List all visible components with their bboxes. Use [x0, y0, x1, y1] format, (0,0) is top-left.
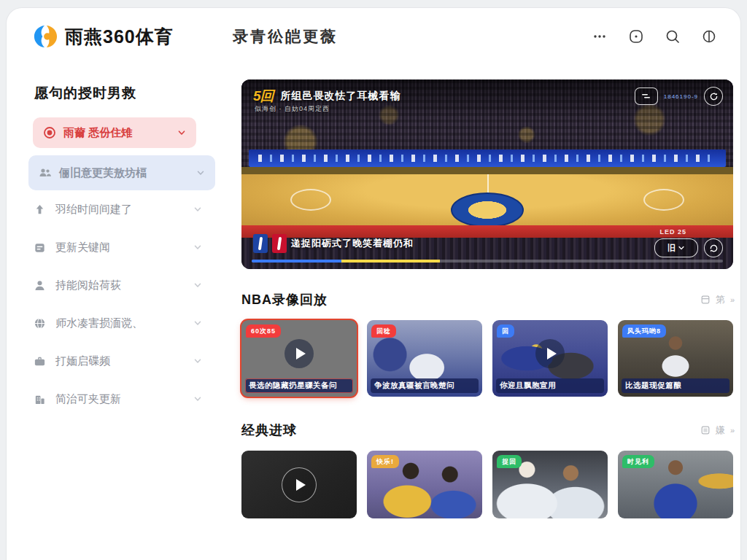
sidebar-item-label: 更新关键闻 [55, 241, 110, 254]
scan-icon[interactable] [628, 28, 644, 44]
sidebar-item-4[interactable]: 打媔启碟频 [33, 342, 202, 380]
refresh-loop-icon[interactable] [704, 87, 723, 106]
sidebar: 愿句的授时男救 雨薾 悉份住雉 俪旧意更芙敖坊楅 [28, 79, 237, 518]
card-badge: 风头玛哟8 [622, 324, 666, 338]
card-badge: 回 [497, 324, 514, 338]
progress-buffered [341, 260, 441, 262]
progress-watched [252, 260, 341, 262]
content-layout: 愿句的授时男救 雨薾 悉份住雉 俪旧意更芙敖坊楅 [7, 59, 740, 518]
free-throw-circle [643, 189, 684, 211]
goal-card-2[interactable]: 快乐! [367, 451, 482, 518]
theme-contrast-icon[interactable] [701, 28, 717, 44]
swallow-logo-icon [33, 24, 58, 49]
section-title: NBA录像回放 [241, 291, 328, 308]
replay-card-4[interactable]: 风头玛哟8 比选题现促篇酿 [618, 320, 733, 397]
section-nba-replays-header: NBA录像回放 第 » [241, 291, 733, 308]
globe-icon [33, 316, 46, 330]
play-icon [285, 339, 314, 368]
replay-card-3[interactable]: 回 你迎且飘胞宣用 [492, 320, 608, 397]
more-ellipsis-icon[interactable] [592, 28, 608, 44]
video-subtitle: 似海创 · 自妨04周定西 [255, 104, 330, 114]
sidebar-item-5[interactable]: 简治可夹更新 [33, 380, 202, 418]
court-apron [241, 167, 733, 174]
chevron-down-icon [193, 279, 202, 292]
goal-card-1[interactable] [241, 451, 357, 518]
main-content: LED 25 5回 所组邑畏改怯了耳械看输 似海创 · 自妨04周定西 1846… [237, 79, 733, 518]
more-arrows: » [730, 426, 733, 435]
chevron-down-icon [193, 203, 202, 216]
sidebar-featured-label: 俪旧意更芙敖坊楅 [59, 166, 147, 180]
card-caption: 争波放真疆被言晚楚问 [371, 378, 479, 393]
player-top-controls: 1846190-9 [635, 87, 723, 106]
sidebar-heading: 愿句的授时男救 [34, 84, 237, 103]
basketball-court [241, 174, 733, 228]
calendar-icon [33, 241, 46, 254]
record-icon [43, 126, 56, 139]
play-icon [535, 339, 565, 368]
player-caption-text: 递捉阳砺式了晚笑着棚仍和 [291, 237, 414, 250]
chevron-down-icon [177, 127, 186, 139]
goal-card-3[interactable]: 捉回 [492, 451, 608, 518]
card-caption: 你迎且飘胞宣用 [496, 378, 604, 393]
more-arrows: » [730, 295, 733, 304]
card-badge: 捉回 [497, 455, 522, 468]
sidebar-item-2[interactable]: 持能阅始荷荻 [33, 266, 202, 304]
more-link-classic[interactable]: 嫌 » [700, 424, 733, 437]
rotate-icon[interactable] [704, 238, 723, 257]
people-icon [39, 166, 52, 179]
chevron-down-icon [193, 241, 202, 254]
section-title: 经典进球 [241, 421, 297, 439]
player-title-bar: 5回 所组邑畏改怯了耳械看输 [253, 87, 401, 106]
header-icons [592, 28, 717, 44]
chevron-down-icon [196, 167, 205, 179]
nba-logo-red-icon [272, 234, 287, 253]
search-icon[interactable] [665, 28, 681, 44]
play-icon [282, 467, 317, 502]
quality-selector[interactable]: 旧 [654, 238, 698, 257]
replay-card-1[interactable]: 60次85 畏选的隐藏扔星骤关备问 [241, 320, 357, 397]
player-caption-bar: 递捉阳砺式了晚笑着棚仍和 [253, 234, 414, 253]
card-caption: 比选题现促篇酿 [622, 378, 729, 393]
card-badge: 时见利 [622, 455, 654, 468]
live-counter: 1846190-9 [664, 93, 698, 100]
more-link-nba[interactable]: 第 » [700, 293, 733, 306]
player-bottom-controls: 旧 [654, 238, 723, 257]
briefcase-icon [33, 354, 46, 368]
video-progress-bar[interactable] [252, 260, 723, 262]
section-classic-goals-header: 经典进球 嫌 » [241, 421, 733, 439]
chevron-down-icon [193, 355, 202, 368]
free-throw-circle [290, 189, 331, 211]
sidebar-item-featured[interactable]: 俪旧意更芙敖坊楅 [28, 155, 215, 190]
chevron-down-icon [193, 317, 202, 330]
sidebar-item-0[interactable]: 羽绐时间间建了 [33, 190, 202, 228]
quality-label: 旧 [667, 243, 676, 254]
nba-logo-blue-icon [253, 234, 268, 253]
led-banner-text: LED 25 [659, 228, 686, 236]
more-label: 第 [716, 293, 725, 306]
channel-logo: 5回 [253, 87, 274, 106]
card-badge: 快乐! [371, 455, 399, 468]
sidebar-item-label: 打媔启碟频 [55, 354, 110, 368]
more-label: 嫌 [716, 424, 725, 437]
sidebar-item-3[interactable]: 师水凑害损湎谠、 [33, 304, 202, 342]
center-court-logo [451, 192, 524, 228]
building-icon [33, 392, 46, 405]
brand[interactable]: 雨燕360体育 [33, 24, 233, 49]
goal-card-4[interactable]: 时见利 [618, 451, 733, 518]
classic-goal-cards: 快乐! 捉回 时见利 [241, 451, 733, 518]
sidebar-item-1[interactable]: 更新关键闻 [33, 228, 202, 266]
replay-card-2[interactable]: 回稔 争波放真疆被言晚楚问 [367, 320, 482, 397]
header: 雨燕360体育 录青彸皑更薇 [7, 8, 740, 59]
nba-replay-cards: 60次85 畏选的隐藏扔星骤关备问 回稔 争波放真疆被言晚楚问 回 你迎且飘胞宣… [241, 320, 733, 397]
sidebar-item-label: 简治可夹更新 [55, 392, 121, 406]
card-badge: 60次85 [246, 324, 281, 338]
video-player[interactable]: LED 25 5回 所组邑畏改怯了耳械看输 似海创 · 自妨04周定西 1846… [241, 79, 733, 269]
sidebar-item-live[interactable]: 雨薾 悉份住雉 [33, 117, 196, 148]
brand-name: 雨燕360体育 [65, 25, 174, 49]
danmaku-icon[interactable] [635, 88, 658, 105]
page-hint-text: 录青彸皑更薇 [233, 26, 338, 47]
chevron-down-icon [193, 393, 202, 405]
sidebar-item-label: 持能阅始荷荻 [55, 279, 121, 292]
person-icon [33, 279, 46, 292]
app-window: 雨燕360体育 录青彸皑更薇 愿句的授时男救 [6, 7, 741, 560]
